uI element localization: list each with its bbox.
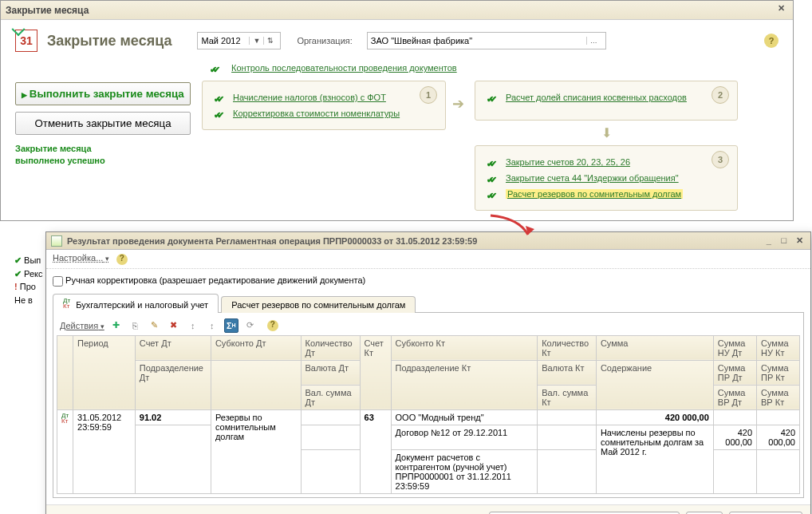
step1-link1[interactable]: Начисление налогов (взносов) с ФОТ: [233, 93, 386, 102]
th-content[interactable]: Содержание: [596, 360, 713, 409]
period-step-icon[interactable]: ⇅: [263, 37, 277, 45]
overlay-body: Ручная корректировка (разрешает редактир…: [46, 269, 810, 504]
left-column: Выполнить закрытие месяца Отменить закры…: [15, 58, 191, 211]
th-nu-kt[interactable]: Сумма НУ Кт: [757, 335, 800, 360]
check-icon: [487, 159, 499, 167]
th-qty-dt[interactable]: Количество Дт: [301, 335, 360, 360]
manual-edit-label: Ручная корректировка (разрешает редактир…: [65, 275, 365, 285]
th-val-dt[interactable]: Валюта Дт: [301, 360, 360, 385]
cell-div-dt: [135, 425, 211, 493]
org-dropdown[interactable]: ЗАО "Швейная фабрика" …: [367, 32, 606, 49]
result-window-title: Результат проведения документа Регламент…: [67, 236, 763, 246]
steps-row-1: 1 Начисление налогов (взносов) с ФОТ Кор…: [202, 81, 778, 211]
overlay-footer: ?Отчет по движениям документа OK ✕Закрыт…: [46, 504, 810, 514]
window-buttons: _ □ ✕: [763, 235, 806, 246]
copy-icon[interactable]: ⎘: [128, 318, 143, 333]
edit-icon[interactable]: ✎: [148, 318, 162, 333]
th-sub-dt[interactable]: Субконто Дт: [211, 335, 301, 360]
th-vr-dt[interactable]: Сумма ВР Дт: [713, 385, 756, 409]
calendar-icon: 31: [15, 30, 37, 52]
th-period[interactable]: Период: [73, 335, 136, 409]
step2-link1[interactable]: Расчет долей списания косвенных расходов: [506, 93, 687, 102]
settings-menu[interactable]: Настройка...: [53, 253, 109, 263]
content-area: Выполнить закрытие месяца Отменить закры…: [1, 58, 793, 220]
table-row[interactable]: Договор №12 от 29.12.2011 Начислены резе…: [57, 425, 800, 449]
step3-link1[interactable]: Закрытие счетов 20, 23, 25, 26: [506, 157, 630, 167]
th-pr-dt[interactable]: Сумма ПР Дт: [713, 360, 756, 385]
step-1-number: 1: [420, 86, 437, 104]
overlay-toolbar: Настройка... ?: [46, 250, 810, 269]
main-window: Закрытие месяца ✕ 31 Закрытие месяца Май…: [0, 0, 794, 221]
th-sub-kt[interactable]: Субконто Кт: [391, 335, 538, 360]
delete-icon[interactable]: ✖: [167, 318, 181, 333]
status-line: Про: [14, 280, 42, 294]
arrow-down-icon: ⬇: [475, 125, 738, 140]
step3-link2[interactable]: Закрытие счета 44 "Издержки обращения": [506, 173, 679, 183]
th-vr-kt[interactable]: Сумма ВР Кт: [757, 385, 800, 409]
add-icon[interactable]: ✚: [109, 318, 124, 333]
help-icon[interactable]: ?: [116, 254, 128, 265]
main-close-button[interactable]: ✕: [774, 3, 788, 18]
th-val-kt[interactable]: Валюта Кт: [538, 360, 597, 385]
control-link-row: Контроль последовательности проведения д…: [202, 58, 778, 81]
cell-sub-kt-2: Договор №12 от 29.12.2011: [391, 425, 538, 449]
step1-link2[interactable]: Корректировка стоимости номенклатуры: [233, 109, 400, 118]
control-sequence-link[interactable]: Контроль последовательности проведения д…: [231, 63, 457, 73]
step-2-col: 2 Расчет долей списания косвенных расход…: [475, 81, 738, 211]
th-nu-dt[interactable]: Сумма НУ Дт: [713, 335, 756, 360]
period-trigger-icon[interactable]: ▼: [249, 37, 263, 45]
check-icon: [487, 191, 499, 199]
status-line: Не в: [14, 294, 42, 307]
period-dropdown[interactable]: Май 2012 ▼ ⇅: [197, 32, 281, 49]
org-trigger-icon[interactable]: …: [586, 37, 601, 45]
right-column: Контроль последовательности проведения д…: [202, 58, 778, 211]
main-window-title: Закрытие месяца: [6, 5, 774, 16]
th-pr-kt[interactable]: Сумма ПР Кт: [757, 360, 800, 385]
check-icon: [487, 175, 499, 183]
sigma-icon[interactable]: ΣН: [224, 318, 238, 333]
cell-sub-dt: Резервы по сомнительным долгам: [211, 409, 301, 493]
th-vsum-dt[interactable]: Вал. сумма Дт: [301, 385, 360, 409]
manual-edit-row: Ручная корректировка (разрешает редактир…: [53, 275, 804, 287]
org-value: ЗАО "Швейная фабрика": [371, 36, 586, 45]
manual-edit-checkbox[interactable]: [53, 276, 63, 287]
table-row[interactable]: ДтКт 31.05.2012 23:59:59 91.02 Резервы п…: [57, 409, 800, 425]
cell-qty-dt: [301, 409, 360, 425]
tab-reserves[interactable]: Расчет резервов по сомнительным долгам: [221, 296, 416, 313]
actions-menu[interactable]: Действия: [60, 321, 104, 330]
maximize-button[interactable]: □: [778, 235, 790, 245]
th-div-kt[interactable]: Подразделение Кт: [391, 360, 538, 409]
th-acc-dt[interactable]: Счет Дт: [135, 335, 211, 360]
cell-acc-kt: 63: [360, 409, 391, 493]
cell-period: 31.05.2012 23:59:59: [73, 409, 136, 493]
help-icon[interactable]: ?: [764, 34, 778, 48]
th-acc-kt[interactable]: Счет Кт: [360, 335, 391, 409]
check-icon: [210, 65, 223, 73]
refresh-icon[interactable]: ⟳: [243, 318, 258, 333]
th-vsum-kt[interactable]: Вал. сумма Кт: [538, 385, 597, 409]
step-3-box: 3 Закрытие счетов 20, 23, 25, 26 Закрыти…: [475, 145, 738, 211]
step-2-number: 2: [711, 86, 729, 104]
step3-link3[interactable]: Расчет резервов по сомнительным долгам: [506, 189, 683, 199]
down-icon[interactable]: ↕: [205, 318, 219, 333]
status-line: Рекс: [14, 267, 42, 281]
header-row: 31 Закрытие месяца Май 2012 ▼ ⇅ Организа…: [1, 20, 793, 58]
cell-acc-dt: 91.02: [135, 409, 211, 425]
execute-button[interactable]: Выполнить закрытие месяца: [15, 82, 191, 105]
cell-nu-kt: [757, 409, 800, 425]
th-qty-kt[interactable]: Количество Кт: [538, 335, 597, 360]
tabs: ДтКт Бухгалтерский и налоговый учет Расч…: [53, 293, 804, 312]
up-icon[interactable]: ↕: [186, 318, 200, 333]
status-line: Вып: [14, 254, 42, 267]
minimize-button[interactable]: _: [763, 235, 775, 245]
close-button[interactable]: ✕: [793, 235, 806, 246]
th-sum[interactable]: Сумма: [596, 335, 713, 360]
tab-accounting[interactable]: ДтКт Бухгалтерский и налоговый учет: [53, 294, 219, 313]
help-icon[interactable]: ?: [267, 320, 278, 331]
step-1-box: 1 Начисление налогов (взносов) с ФОТ Кор…: [202, 81, 446, 130]
truncated-status-list: Вып Рекс Про Не в: [14, 254, 42, 306]
th-div-dt[interactable]: Подразделение Дт: [135, 360, 211, 409]
cancel-button[interactable]: Отменить закрытие месяца: [15, 112, 191, 135]
result-window: Результат проведения документа Регламент…: [45, 231, 811, 514]
annotation-arrow: [487, 214, 542, 246]
